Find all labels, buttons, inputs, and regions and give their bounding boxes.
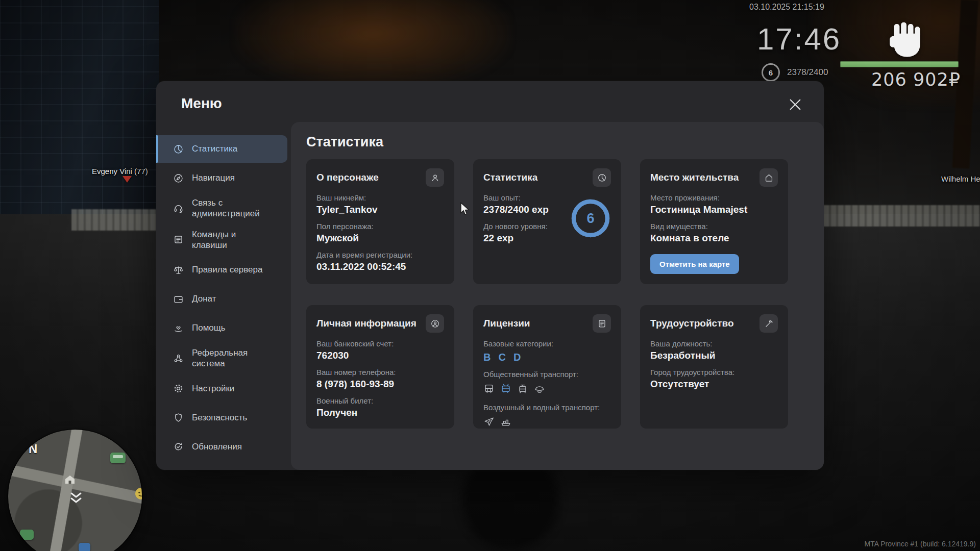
sidebar-item-statistics[interactable]: Статистика xyxy=(156,135,287,163)
field-value: Мужской xyxy=(316,233,444,244)
card-personal: Личная информация Ваш банковский счет: 7… xyxy=(306,305,454,429)
sidebar-item-referral[interactable]: Реферальная система xyxy=(156,343,287,373)
level-number: 6 xyxy=(586,211,594,226)
sidebar-item-commands[interactable]: Команды и клавиши xyxy=(156,225,287,255)
home-icon xyxy=(760,168,778,187)
field-label: Базовые категории: xyxy=(483,339,611,348)
field-value: 8 (978) 160-93-89 xyxy=(316,379,444,390)
sidebar-item-updates[interactable]: Обновления xyxy=(156,433,287,461)
sidebar-item-label: Связь с администрацией xyxy=(192,197,271,219)
field-label: Город трудоустройства: xyxy=(650,368,778,377)
referral-icon xyxy=(173,353,184,364)
field-label: Ваш номер телефона: xyxy=(316,368,444,377)
license-category: B xyxy=(483,352,491,363)
field-employment-city: Город трудоустройства: Отсутствует xyxy=(650,368,778,390)
menu-content: Статистика О персонаже Ваш никнейм: Tyle… xyxy=(291,122,824,470)
headset-icon xyxy=(173,203,184,214)
sidebar-item-label: Статистика xyxy=(192,143,237,154)
card-title: Статистика xyxy=(483,172,537,183)
field-label: Ваш опыт: xyxy=(483,193,565,202)
field-exp: Ваш опыт: 2378/2400 exp xyxy=(483,193,565,215)
sidebar-item-label: Реферальная система xyxy=(192,347,271,369)
field-property-type: Вид имущества: Комната в отеле xyxy=(650,222,778,244)
field-label: Дата и время регистрации: xyxy=(316,251,444,259)
field-value: 22 exp xyxy=(483,233,565,244)
card-title: О персонаже xyxy=(316,172,379,183)
tram-icon xyxy=(517,383,528,396)
map-blip-icon xyxy=(79,543,90,551)
field-label: Пол персонажа: xyxy=(316,222,444,231)
hud-clock: 17:46 xyxy=(757,21,841,57)
level-gauge: 6 xyxy=(762,63,780,82)
card-residence: Место жительства Место проживания: Гости… xyxy=(640,159,788,284)
updates-icon xyxy=(173,441,184,452)
care-icon xyxy=(173,323,184,334)
field-label: Ваша должность: xyxy=(650,339,778,348)
field-label: Ваш никнейм: xyxy=(316,193,444,202)
sidebar-item-rules[interactable]: Правила сервера xyxy=(156,256,287,284)
field-label: Общественный транспорт: xyxy=(483,370,611,379)
server-watermark: MTA Province #1 (build: 6.12419.9) xyxy=(865,540,976,548)
field-registration: Дата и время регистрации: 03.11.2022 00:… xyxy=(316,251,444,272)
hud-money: 206 902₽ xyxy=(871,69,961,90)
mark-on-map-button[interactable]: Отметить на карте xyxy=(650,254,739,274)
player-marker-arrow xyxy=(122,176,132,183)
field-nickname: Ваш никнейм: Tyler_Tankov xyxy=(316,193,444,215)
field-position: Ваша должность: Безработный xyxy=(650,339,778,361)
sidebar-item-label: Помощь xyxy=(192,322,226,333)
driver-cap-icon xyxy=(534,383,545,396)
card-employment: Трудоустройство Ваша должность: Безработ… xyxy=(640,305,788,429)
sidebar-item-label: Команды и клавиши xyxy=(192,229,271,251)
sidebar-item-label: Обновления xyxy=(192,441,242,452)
sidebar-item-admin-contact[interactable]: Связь с администрацией xyxy=(156,193,287,223)
sidebar-item-donate[interactable]: Донат xyxy=(156,285,287,313)
gear-icon xyxy=(173,383,184,394)
sidebar-item-help[interactable]: Помощь xyxy=(156,314,287,342)
player-nametag: Wilhelm Henri xyxy=(941,174,980,183)
health-bar xyxy=(840,61,959,67)
hud-level: 6 xyxy=(769,68,773,77)
field-label: До нового уровня: xyxy=(483,222,565,231)
smiley-blip-icon xyxy=(135,487,142,502)
card-character: О персонаже Ваш никнейм: Tyler_Tankov По… xyxy=(306,159,454,284)
menu-title: Меню xyxy=(181,95,222,112)
card-licenses: Лицензии Базовые категории: B C D Общест… xyxy=(473,305,621,429)
field-label: Ваш банковский счет: xyxy=(316,339,444,348)
field-label: Место проживания: xyxy=(650,193,778,202)
fence xyxy=(817,205,980,227)
wallet-icon xyxy=(173,294,184,305)
close-button[interactable] xyxy=(788,97,802,112)
pie-chart-icon xyxy=(173,144,184,155)
field-gender: Пол персонажа: Мужской xyxy=(316,222,444,244)
bus-icon xyxy=(483,383,495,396)
card-stats: Статистика Ваш опыт: 2378/2400 exp До но… xyxy=(473,159,621,284)
field-phone: Ваш номер телефона: 8 (978) 160-93-89 xyxy=(316,368,444,390)
pie-chart-icon xyxy=(593,168,611,187)
sidebar-item-navigation[interactable]: Навигация xyxy=(156,164,287,192)
sidebar-item-settings[interactable]: Настройки xyxy=(156,375,287,403)
id-icon xyxy=(426,314,444,333)
tree-foliage xyxy=(235,0,510,92)
field-value: Tyler_Tankov xyxy=(316,204,444,215)
field-residence-place: Место проживания: Гостиница Mamajest xyxy=(650,193,778,215)
field-label: Вид имущества: xyxy=(650,222,778,231)
scales-icon xyxy=(173,265,184,276)
sidebar-item-security[interactable]: Безопасность xyxy=(156,404,287,432)
card-title: Лицензии xyxy=(483,318,530,329)
stats-cards-grid: О персонаже Ваш никнейм: Tyler_Tankov По… xyxy=(306,159,788,429)
field-military-id: Военный билет: Получен xyxy=(316,396,444,418)
plane-icon xyxy=(483,416,495,430)
trolleybus-icon xyxy=(500,383,511,396)
shield-icon xyxy=(173,412,184,423)
player-nametag: Evgeny Vini (77) xyxy=(92,167,148,176)
field-value: Комната в отеле xyxy=(650,233,778,244)
sidebar-item-label: Донат xyxy=(192,293,216,304)
card-title: Место жительства xyxy=(650,172,739,183)
field-label: Воздушный и водный транспорт: xyxy=(483,403,611,412)
field-label: Военный билет: xyxy=(316,396,444,405)
hud-exp: 2378/2400 xyxy=(787,67,828,78)
field-value: 762030 xyxy=(316,350,444,361)
fist-icon xyxy=(888,21,926,61)
page-title: Статистика xyxy=(306,134,383,150)
license-icon xyxy=(593,314,611,333)
